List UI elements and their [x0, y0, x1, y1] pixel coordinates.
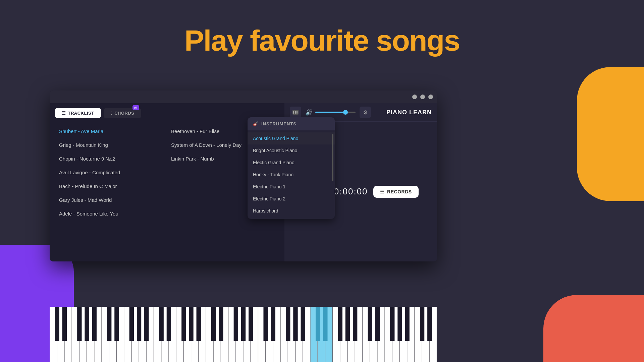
black-key[interactable]	[107, 307, 111, 341]
black-key[interactable]	[211, 307, 216, 341]
black-key[interactable]	[338, 307, 342, 341]
list-item[interactable]: Chopin - Nocturne 9 №.2	[55, 153, 167, 165]
window-body: ☰ TRACKLIST AI ♩ CHORDS Shubert - Ave Ma…	[50, 103, 437, 261]
bg-decoration-red	[543, 295, 644, 362]
black-key[interactable]	[323, 307, 327, 341]
ai-badge: AI	[132, 105, 139, 110]
volume-control: 🔊	[305, 109, 356, 116]
svg-rect-1	[293, 111, 294, 114]
svg-rect-2	[295, 111, 296, 114]
black-key[interactable]	[397, 307, 402, 341]
black-key[interactable]	[271, 307, 275, 341]
black-key[interactable]	[368, 307, 372, 341]
list-item[interactable]: Honky - Tonk Piano	[248, 169, 335, 181]
list-item[interactable]: Avril Lavigne - Complicated	[55, 166, 167, 179]
volume-icon: 🔊	[305, 109, 313, 116]
black-key[interactable]	[293, 307, 298, 341]
instrument-list: Acoustic Grand Piano Bright Acoustic Pia…	[248, 130, 335, 219]
settings-button[interactable]: ⚙	[360, 107, 371, 118]
list-item[interactable]: Harpsichord	[248, 205, 335, 217]
black-key[interactable]	[301, 307, 305, 341]
list-item[interactable]: Bach - Prelude In C Major	[55, 180, 167, 192]
black-key[interactable]	[62, 307, 67, 341]
svg-rect-3	[297, 111, 298, 114]
black-key[interactable]	[427, 307, 432, 341]
black-key[interactable]	[316, 307, 320, 341]
chords-icon: ♩	[110, 111, 113, 116]
list-item[interactable]: Bright Acoustic Piano	[248, 144, 335, 157]
tabs-row: ☰ TRACKLIST AI ♩ CHORDS	[50, 103, 284, 118]
page-title: Play favourite songs	[0, 0, 644, 58]
black-key[interactable]	[92, 307, 97, 341]
app-window: ☰ TRACKLIST AI ♩ CHORDS Shubert - Ave Ma…	[50, 90, 437, 261]
app-title: PIANO LEARN	[386, 109, 432, 116]
black-key[interactable]	[77, 307, 82, 341]
volume-thumb[interactable]	[343, 110, 348, 115]
records-button[interactable]: ☰ RECORDS	[373, 186, 419, 198]
black-key[interactable]	[55, 307, 59, 341]
instruments-header: 🎸 INSTRUMENTS	[248, 117, 335, 130]
records-icon: ☰	[380, 189, 385, 194]
tracklist-panel: ☰ TRACKLIST AI ♩ CHORDS Shubert - Ave Ma…	[50, 103, 284, 261]
volume-fill	[315, 112, 345, 113]
black-key[interactable]	[286, 307, 290, 341]
black-key[interactable]	[390, 307, 394, 341]
list-item[interactable]: Adele - Someone Like You	[55, 207, 167, 220]
volume-slider[interactable]	[315, 112, 356, 113]
black-key[interactable]	[420, 307, 424, 341]
black-key[interactable]	[137, 307, 141, 341]
close-button[interactable]	[428, 95, 433, 99]
midi-icon-button[interactable]	[290, 107, 301, 118]
black-key[interactable]	[234, 307, 238, 341]
piano-svg[interactable]	[50, 307, 437, 362]
tab-chords[interactable]: AI ♩ CHORDS	[104, 108, 141, 118]
minimize-button[interactable]	[412, 95, 417, 99]
tab-tracklist[interactable]: ☰ TRACKLIST	[55, 108, 101, 118]
black-key[interactable]	[375, 307, 380, 341]
black-key[interactable]	[353, 307, 357, 341]
black-key[interactable]	[405, 307, 409, 341]
maximize-button[interactable]	[420, 95, 425, 99]
tracklist-col-1: Shubert - Ave Maria Grieg - Mountain Kin…	[55, 125, 167, 255]
list-item[interactable]: Electric Piano 1	[248, 181, 335, 193]
black-key[interactable]	[249, 307, 253, 341]
tracklist-icon: ☰	[62, 111, 66, 116]
black-key[interactable]	[167, 307, 171, 341]
black-key[interactable]	[85, 307, 89, 341]
instruments-dropdown: 🎸 INSTRUMENTS Acoustic Grand Piano Brigh…	[248, 117, 335, 219]
header-left-controls: 🔊 ⚙	[290, 107, 371, 118]
black-key[interactable]	[181, 307, 186, 341]
black-key[interactable]	[144, 307, 149, 341]
piano-keyboard	[50, 307, 437, 362]
black-key[interactable]	[241, 307, 246, 341]
black-key[interactable]	[114, 307, 119, 341]
black-key[interactable]	[189, 307, 193, 341]
black-key[interactable]	[197, 307, 201, 341]
black-key[interactable]	[129, 307, 134, 341]
list-item[interactable]: Grieg - Mountain King	[55, 139, 167, 151]
instruments-scrollbar[interactable]	[332, 134, 333, 181]
black-key[interactable]	[263, 307, 268, 341]
black-key[interactable]	[345, 307, 350, 341]
list-item[interactable]: Acoustic Grand Piano	[248, 132, 335, 144]
black-key[interactable]	[219, 307, 223, 341]
bg-decoration-yellow	[577, 67, 644, 201]
list-item[interactable]: Electic Grand Piano	[248, 157, 335, 169]
list-item[interactable]: Gary Jules - Mad World	[55, 194, 167, 206]
black-key[interactable]	[159, 307, 164, 341]
instruments-icon: 🎸	[253, 121, 259, 126]
list-item[interactable]: Shubert - Ave Maria	[55, 125, 167, 137]
list-item[interactable]: Electric Piano 2	[248, 193, 335, 205]
window-titlebar	[50, 90, 437, 103]
